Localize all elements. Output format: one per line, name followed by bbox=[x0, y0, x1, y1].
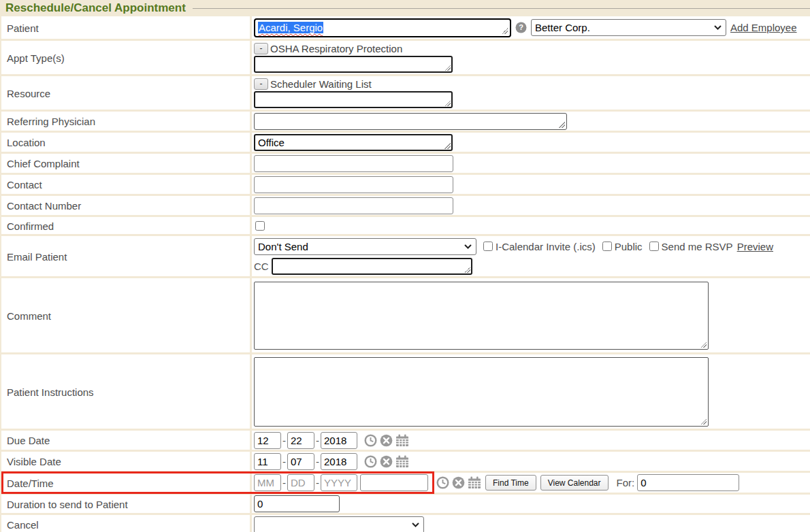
email-send-select[interactable]: Don't Send bbox=[254, 238, 476, 255]
row-confirmed: Confirmed bbox=[1, 217, 810, 236]
due-date-day-input[interactable] bbox=[287, 432, 314, 449]
preview-link[interactable]: Preview bbox=[737, 241, 773, 252]
contact-number-input[interactable] bbox=[254, 197, 453, 214]
date-separator: - bbox=[316, 435, 319, 446]
resource-label: Resource bbox=[1, 76, 252, 110]
patient-instructions-label: Patient Instructions bbox=[1, 354, 252, 429]
cc-label: CC bbox=[254, 261, 269, 272]
visible-date-year-input[interactable] bbox=[321, 453, 357, 470]
for-label: For: bbox=[617, 477, 635, 488]
resource-selected: Scheduler Waiting List bbox=[270, 78, 372, 90]
public-label: Public bbox=[615, 241, 643, 252]
email-send-select-value: Don't Send bbox=[258, 241, 308, 252]
patient-label: Patient bbox=[1, 16, 252, 39]
find-time-button[interactable]: Find Time bbox=[485, 475, 536, 491]
contact-number-label: Contact Number bbox=[1, 196, 252, 215]
duration-input[interactable] bbox=[254, 495, 340, 512]
date-separator: - bbox=[282, 477, 286, 488]
row-email-patient: Email Patient Don't Send I-Calendar Invi… bbox=[1, 236, 810, 278]
for-input[interactable] bbox=[637, 474, 739, 491]
page-header: Reschedule/Cancel Appointment bbox=[0, 0, 810, 16]
calendar-icon[interactable] bbox=[395, 455, 409, 468]
public-checkbox[interactable] bbox=[602, 242, 612, 251]
email-patient-label: Email Patient bbox=[1, 236, 252, 276]
row-date-time: Date/Time - - Find Time View Calendar Fo… bbox=[1, 473, 810, 495]
comment-textarea[interactable] bbox=[254, 282, 709, 350]
resource-input[interactable] bbox=[254, 91, 453, 108]
help-icon[interactable]: ? bbox=[515, 22, 527, 33]
company-select[interactable]: Better Corp. bbox=[531, 19, 726, 36]
date-time-year-input[interactable] bbox=[321, 474, 357, 491]
calendar-icon[interactable] bbox=[468, 476, 481, 489]
add-employee-link[interactable]: Add Employee bbox=[730, 22, 797, 33]
svg-text:?: ? bbox=[519, 23, 523, 31]
due-date-label: Due Date bbox=[1, 431, 252, 450]
due-date-month-input[interactable] bbox=[254, 432, 281, 449]
row-duration: Duration to send to Patient bbox=[1, 495, 810, 515]
appt-type-input[interactable] bbox=[254, 56, 453, 73]
cc-input[interactable] bbox=[272, 258, 472, 275]
due-date-year-input[interactable] bbox=[321, 432, 357, 449]
page-title: Reschedule/Cancel Appointment bbox=[5, 1, 186, 15]
appt-type-collapse-button[interactable]: - bbox=[254, 43, 268, 54]
date-separator: - bbox=[316, 477, 319, 488]
clear-icon[interactable] bbox=[452, 476, 465, 489]
appt-type-label: Appt Type(s) bbox=[1, 41, 252, 74]
row-comment: Comment bbox=[1, 278, 810, 354]
appointment-form: Patient Acardi, Sergio ? Better Corp. Ad… bbox=[0, 16, 810, 532]
chevron-down-icon bbox=[412, 522, 419, 527]
date-time-month-input[interactable] bbox=[254, 474, 281, 491]
appt-type-selected: OSHA Respiratory Protection bbox=[270, 43, 402, 54]
cancel-select[interactable] bbox=[254, 516, 424, 532]
send-me-rsvp-label: Send me RSVP bbox=[662, 241, 733, 252]
clock-icon[interactable] bbox=[364, 455, 377, 468]
visible-date-month-input[interactable] bbox=[254, 453, 281, 470]
company-select-value: Better Corp. bbox=[535, 22, 590, 33]
contact-label: Contact bbox=[1, 175, 252, 194]
date-separator: - bbox=[282, 456, 286, 467]
date-separator: - bbox=[316, 456, 319, 467]
chevron-down-icon bbox=[464, 244, 472, 249]
visible-date-day-input[interactable] bbox=[287, 453, 314, 470]
resource-collapse-button[interactable]: - bbox=[254, 78, 268, 90]
confirmed-label: Confirmed bbox=[1, 217, 252, 234]
ical-invite-label: I-Calendar Invite (.ics) bbox=[496, 241, 596, 252]
location-input[interactable] bbox=[254, 134, 453, 151]
date-time-label: Date/Time bbox=[1, 473, 252, 493]
visible-date-label: Visible Date bbox=[1, 452, 252, 471]
chevron-down-icon bbox=[714, 25, 722, 30]
comment-label: Comment bbox=[1, 278, 252, 352]
contact-input[interactable] bbox=[254, 176, 453, 193]
clock-icon[interactable] bbox=[436, 476, 449, 489]
row-referring-physician: Referring Physician bbox=[1, 112, 810, 133]
date-separator: - bbox=[282, 435, 286, 446]
date-time-day-input[interactable] bbox=[287, 474, 314, 491]
cancel-label: Cancel bbox=[1, 515, 252, 532]
clear-icon[interactable] bbox=[380, 434, 393, 447]
ical-invite-checkbox[interactable] bbox=[483, 242, 493, 251]
location-label: Location bbox=[1, 133, 252, 152]
patient-instructions-textarea[interactable] bbox=[254, 357, 709, 427]
row-visible-date: Visible Date - - bbox=[1, 452, 810, 473]
duration-label: Duration to send to Patient bbox=[1, 495, 252, 513]
view-calendar-button[interactable]: View Calendar bbox=[540, 475, 609, 491]
row-resource: Resource - Scheduler Waiting List bbox=[1, 76, 810, 112]
row-chief-complaint: Chief Complaint bbox=[1, 154, 810, 175]
row-contact-number: Contact Number bbox=[1, 196, 810, 217]
chief-complaint-label: Chief Complaint bbox=[1, 154, 252, 173]
patient-input[interactable]: Acardi, Sergio bbox=[254, 18, 511, 37]
date-time-time-input[interactable] bbox=[360, 474, 428, 491]
row-location: Location bbox=[1, 133, 810, 154]
row-due-date: Due Date - - bbox=[1, 431, 810, 452]
clock-icon[interactable] bbox=[364, 434, 377, 447]
row-patient-instructions: Patient Instructions bbox=[1, 354, 810, 431]
send-me-rsvp-checkbox[interactable] bbox=[649, 242, 659, 251]
confirmed-checkbox[interactable] bbox=[255, 221, 265, 231]
row-appt-type: Appt Type(s) - OSHA Respiratory Protecti… bbox=[1, 41, 810, 76]
referring-physician-input[interactable] bbox=[254, 113, 567, 130]
chief-complaint-input[interactable] bbox=[254, 155, 453, 172]
header-rule bbox=[193, 8, 810, 9]
calendar-icon[interactable] bbox=[395, 434, 409, 447]
clear-icon[interactable] bbox=[380, 455, 393, 468]
row-patient: Patient Acardi, Sergio ? Better Corp. Ad… bbox=[1, 16, 810, 41]
